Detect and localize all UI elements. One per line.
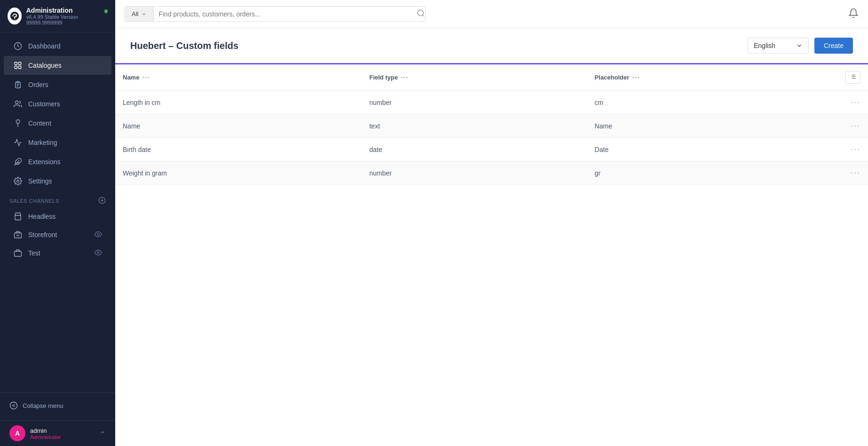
svg-rect-5 [15, 66, 17, 69]
search-input[interactable] [158, 10, 412, 18]
sidebar-item-orders[interactable]: Orders [4, 75, 111, 94]
create-button[interactable]: Create [814, 38, 853, 54]
search-submit-button[interactable] [417, 9, 425, 19]
page-actions: English Create [748, 38, 853, 54]
sidebar-item-extensions[interactable]: Extensions [4, 152, 111, 171]
user-avatar: A [9, 425, 25, 441]
field-type-column-options-icon[interactable]: ··· [401, 73, 408, 82]
search-container: All [125, 6, 426, 22]
language-label: English [754, 42, 775, 49]
table-view-toggle-button[interactable] [845, 71, 860, 84]
search-filter-label: All [132, 10, 138, 17]
row-options-icon[interactable]: ··· [851, 97, 860, 107]
cell-row-actions: ··· [838, 138, 868, 161]
row-options-icon[interactable]: ··· [851, 121, 860, 130]
dashboard-icon [13, 41, 23, 51]
app-version: v6.4.99 Stable Version 99999.9999999 [26, 14, 100, 25]
svg-rect-7 [17, 81, 19, 83]
svg-rect-4 [19, 62, 21, 64]
sidebar-item-test[interactable]: Test [4, 244, 111, 262]
cell-row-actions: ··· [838, 114, 868, 138]
page-content: Huebert – Custom fields English Create N… [115, 28, 868, 446]
sidebar-header: Administration v6.4.99 Stable Version 99… [0, 0, 115, 32]
page-title: Huebert – Custom fields [130, 40, 238, 51]
topbar: All [115, 0, 868, 28]
extensions-icon [13, 157, 23, 167]
sidebar-item-catalogues[interactable]: Catalogues [4, 56, 111, 75]
cell-field-type: text [362, 114, 587, 138]
placeholder-column-options-icon[interactable]: ··· [632, 73, 639, 82]
language-selector[interactable]: English [748, 38, 809, 54]
test-visibility-icon[interactable] [95, 249, 102, 258]
settings-icon [13, 176, 23, 186]
search-filter-button[interactable]: All [125, 7, 154, 21]
sidebar-item-settings[interactable]: Settings [4, 172, 111, 191]
svg-rect-3 [15, 62, 17, 64]
cell-row-actions: ··· [838, 91, 868, 114]
customers-icon [13, 99, 23, 109]
cell-placeholder: gr [587, 161, 838, 185]
add-sales-channel-icon[interactable] [98, 197, 106, 205]
svg-point-18 [418, 10, 423, 16]
sidebar-item-storefront[interactable]: Storefront [4, 226, 111, 244]
row-options-icon[interactable]: ··· [851, 168, 860, 177]
collapse-menu-label: Collapse menu [23, 402, 63, 409]
sidebar-item-label: Dashboard [28, 42, 61, 50]
table-row: Weight in gramnumbergr··· [115, 161, 868, 185]
svg-rect-15 [15, 251, 22, 256]
catalogues-icon [13, 61, 23, 70]
user-name: admin [30, 427, 95, 434]
main-content: All Huebert – Custom fields [115, 0, 868, 446]
app-info: Administration v6.4.99 Stable Version 99… [26, 7, 100, 25]
sidebar-item-label: Storefront [28, 231, 57, 239]
sidebar-item-marketing[interactable]: Marketing [4, 133, 111, 152]
svg-point-1 [14, 19, 15, 20]
storefront-visibility-icon[interactable] [95, 231, 102, 239]
sidebar-item-customers[interactable]: Customers [4, 95, 111, 113]
table-body: Length in cmnumbercm···NametextName···Bi… [115, 91, 868, 185]
sidebar-item-headless[interactable]: Headless [4, 207, 111, 225]
svg-line-19 [422, 15, 424, 16]
cell-placeholder: Date [587, 138, 838, 161]
sidebar-item-label: Settings [28, 177, 52, 185]
user-section[interactable]: A admin Administrator [0, 420, 115, 446]
cell-field-type: number [362, 91, 587, 114]
column-header-actions [838, 64, 868, 91]
svg-point-14 [97, 233, 99, 235]
svg-point-11 [17, 180, 19, 183]
user-menu-chevron-icon[interactable] [99, 429, 106, 438]
sidebar-item-label: Headless [28, 213, 55, 220]
svg-rect-6 [19, 66, 21, 69]
orders-icon [13, 80, 23, 89]
user-role: Administrator [30, 434, 95, 440]
svg-point-8 [16, 101, 18, 104]
marketing-icon [13, 138, 23, 147]
user-info: admin Administrator [30, 427, 95, 440]
storefront-icon [13, 230, 23, 239]
sidebar-item-label: Orders [28, 81, 48, 88]
headless-icon [13, 212, 23, 221]
test-icon [13, 248, 23, 258]
column-header-name: Name ··· [115, 64, 362, 91]
table-header-row: Name ··· Field type ··· Placeholder [115, 64, 868, 91]
svg-point-16 [97, 252, 99, 254]
sidebar-item-label: Marketing [28, 139, 57, 146]
sidebar-item-label: Test [28, 249, 40, 257]
notifications-button[interactable] [848, 8, 859, 20]
svg-point-17 [10, 402, 17, 409]
sidebar-item-dashboard[interactable]: Dashboard [4, 37, 111, 56]
cell-field-type: number [362, 161, 587, 185]
cell-name: Weight in gram [115, 161, 362, 185]
table-row: Birth datedateDate··· [115, 138, 868, 161]
name-column-options-icon[interactable]: ··· [142, 73, 150, 82]
online-indicator [104, 9, 108, 13]
cell-name: Birth date [115, 138, 362, 161]
app-name: Administration [26, 7, 100, 14]
row-options-icon[interactable]: ··· [851, 144, 860, 154]
sidebar-item-content[interactable]: Content [4, 114, 111, 133]
table-row: Length in cmnumbercm··· [115, 91, 868, 114]
sidebar-item-label: Customers [28, 100, 60, 108]
column-header-field-type: Field type ··· [362, 64, 587, 91]
page-header: Huebert – Custom fields English Create [115, 28, 868, 64]
collapse-menu-button[interactable]: Collapse menu [9, 398, 106, 413]
